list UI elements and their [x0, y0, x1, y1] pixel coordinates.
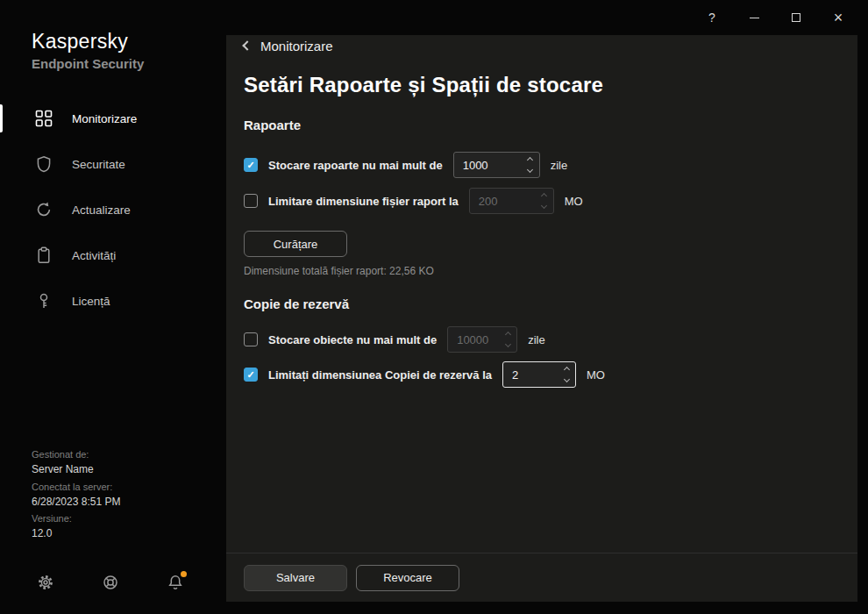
- spinner-arrows: [558, 362, 575, 387]
- unit-label-mb: MO: [587, 368, 605, 382]
- spinner-arrows: [499, 327, 516, 352]
- sidebar-item-label: Monitorizare: [72, 112, 137, 125]
- back-label: Monitorizare: [260, 39, 333, 54]
- chevron-up-icon: [505, 332, 511, 338]
- spinner-up-button: [499, 327, 516, 339]
- notifications-bell-icon[interactable]: [167, 574, 184, 591]
- limit-report-size-label[interactable]: Limitare dimensiune fișier raport la: [268, 195, 459, 208]
- store-reports-checkbox[interactable]: ✓: [244, 158, 258, 172]
- brand-logo: Kaspersky Endpoint Security: [0, 0, 226, 71]
- clear-button[interactable]: Curățare: [244, 231, 347, 257]
- close-icon: ×: [834, 9, 843, 27]
- cancel-button[interactable]: Revocare: [356, 565, 459, 591]
- app-window: { "colors": { "accent": "#3BA3DC", "noti…: [0, 0, 868, 614]
- brand-product: Endpoint Security: [32, 56, 226, 71]
- sidebar-item-securitate[interactable]: Securitate: [0, 141, 226, 187]
- check-icon: ✓: [246, 161, 254, 170]
- help-button[interactable]: ?: [694, 0, 729, 35]
- version-value: 12.0: [32, 527, 120, 539]
- refresh-icon: [35, 201, 53, 218]
- close-button[interactable]: ×: [821, 0, 856, 35]
- limit-report-size-checkbox[interactable]: ✓: [244, 194, 258, 208]
- monitoring-grid-icon: [35, 110, 53, 127]
- section-heading-backup: Copie de rezervă: [244, 296, 840, 312]
- chevron-down-icon: [505, 341, 511, 347]
- action-bar: Salvare Revocare: [226, 553, 857, 602]
- spinner-down-button[interactable]: [522, 165, 539, 177]
- limit-backup-size-checkbox[interactable]: ✓: [244, 368, 258, 382]
- shield-icon: [35, 155, 53, 173]
- sidebar-item-actualizare[interactable]: Actualizare: [0, 187, 226, 232]
- limit-backup-size-row: ✓ Limitați dimensiunea Copiei de rezervă…: [244, 361, 840, 389]
- help-icon: ?: [708, 11, 715, 25]
- sidebar-nav: Monitorizare Securitate Actualizare Acti…: [0, 96, 226, 324]
- spinner-up-button: [536, 189, 553, 201]
- sidebar-item-activitati[interactable]: Activități: [0, 232, 226, 278]
- sidebar-item-label: Licență: [72, 295, 110, 308]
- unit-label-mb: MO: [565, 195, 583, 208]
- limit-report-size-spinner: [469, 188, 554, 214]
- version-label: Versiune:: [32, 513, 120, 525]
- connected-value: 6/28/2023 8:51 PM: [32, 496, 120, 508]
- notification-badge: [181, 571, 187, 577]
- limit-report-size-row: ✓ Limitare dimensiune fișier raport la M…: [244, 187, 840, 215]
- store-objects-checkbox[interactable]: ✓: [244, 332, 258, 346]
- sidebar-item-licenta[interactable]: Licență: [0, 278, 226, 324]
- minimize-button[interactable]: [736, 0, 772, 35]
- chevron-left-icon: [242, 40, 252, 50]
- unit-label-days: zile: [551, 159, 568, 172]
- spinner-arrows: [522, 153, 539, 177]
- chevron-down-icon: [527, 167, 533, 173]
- managed-by-label: Gestionat de:: [32, 449, 120, 460]
- brand-name: Kaspersky: [32, 30, 226, 54]
- sidebar: Kaspersky Endpoint Security Monitorizare…: [0, 0, 226, 614]
- section-heading-reports: Rapoarte: [244, 118, 840, 133]
- chevron-up-icon: [541, 193, 547, 199]
- limit-backup-size-label[interactable]: Limitați dimensiunea Copiei de rezervă l…: [268, 368, 492, 382]
- chevron-down-icon: [563, 376, 569, 382]
- server-info: Gestionat de: Server Name Conectat la se…: [32, 449, 120, 540]
- limit-backup-size-spinner: [502, 361, 576, 388]
- chevron-down-icon: [541, 203, 547, 209]
- spinner-up-button[interactable]: [522, 153, 539, 165]
- titlebar: ? ×: [694, 0, 856, 35]
- spinner-down-button: [499, 339, 516, 352]
- store-objects-label[interactable]: Stocare obiecte nu mai mult de: [268, 333, 437, 346]
- key-icon: [35, 292, 53, 310]
- store-reports-label[interactable]: Stocare rapoarte nu mai mult de: [268, 159, 443, 172]
- managed-by-value: Server Name: [32, 463, 120, 475]
- store-objects-days-spinner: [447, 326, 517, 353]
- chevron-up-icon: [563, 367, 569, 373]
- support-icon[interactable]: [102, 574, 119, 591]
- minimize-icon: [750, 18, 759, 18]
- maximize-button[interactable]: [779, 0, 814, 35]
- maximize-icon: [792, 13, 800, 22]
- store-objects-row: ✓ Stocare obiecte nu mai mult de zile: [244, 325, 840, 353]
- store-reports-days-spinner: [453, 152, 540, 178]
- sidebar-item-label: Actualizare: [72, 203, 131, 217]
- sidebar-item-label: Activități: [72, 249, 116, 262]
- sidebar-item-monitorizare[interactable]: Monitorizare: [0, 96, 226, 141]
- chevron-up-icon: [527, 157, 533, 163]
- spinner-up-button[interactable]: [558, 362, 575, 375]
- main-panel: Monitorizare Setări Rapoarte și Spații d…: [226, 35, 857, 602]
- check-icon: ✓: [246, 370, 254, 380]
- clipboard-icon: [35, 246, 53, 264]
- sidebar-item-label: Securitate: [72, 158, 125, 171]
- spinner-down-button: [536, 201, 553, 213]
- page-title: Setări Rapoarte și Spații de stocare: [244, 72, 840, 98]
- total-report-size-caption: Dimensiune totală fișier raport: 22,56 K…: [244, 265, 840, 277]
- spinner-arrows: [536, 189, 553, 213]
- spinner-down-button[interactable]: [558, 375, 575, 387]
- active-indicator: [0, 104, 3, 132]
- back-breadcrumb[interactable]: Monitorizare: [244, 37, 333, 54]
- store-reports-row: ✓ Stocare rapoarte nu mai mult de zile: [244, 151, 840, 179]
- settings-gear-icon[interactable]: [37, 574, 54, 591]
- connected-label: Conectat la server:: [32, 482, 120, 493]
- sidebar-footer-icons: [37, 574, 184, 591]
- save-button[interactable]: Salvare: [244, 565, 347, 591]
- unit-label-days: zile: [528, 333, 545, 346]
- settings-content: Monitorizare Setări Rapoarte și Spații d…: [226, 35, 857, 389]
